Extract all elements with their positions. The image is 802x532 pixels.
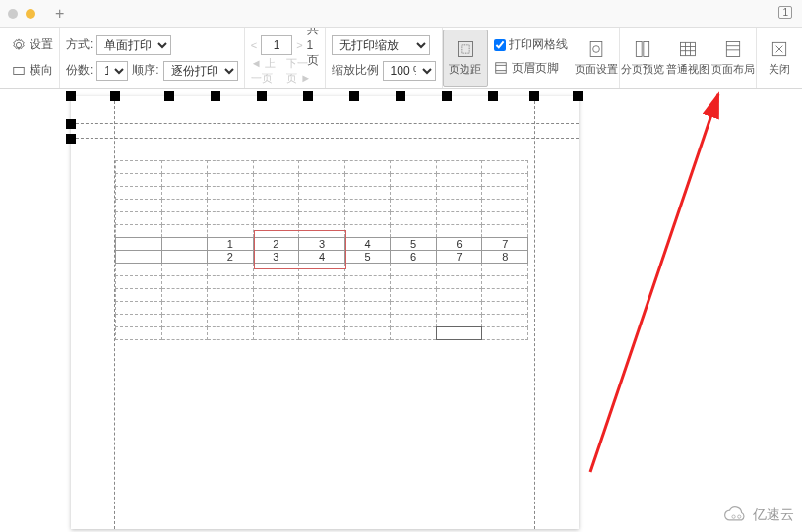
page-nav-group: < > 共 1 页 ◄ 上一页 下一页 ►	[245, 28, 326, 88]
cell[interactable]: 7	[436, 251, 482, 264]
page-next-small[interactable]: >	[296, 39, 302, 51]
close-group: 关闭	[757, 28, 802, 88]
settings-label[interactable]: 设置	[30, 36, 53, 53]
page-prev-small[interactable]: <	[251, 39, 257, 51]
window-dot[interactable]	[8, 9, 18, 19]
svg-rect-8	[636, 41, 642, 56]
copies-label: 份数:	[66, 62, 93, 79]
mode-label: 方式:	[66, 36, 93, 53]
gridlines-checkbox[interactable]	[494, 39, 506, 51]
scale-mode-select[interactable]: 无打印缩放	[332, 35, 430, 55]
copies-select[interactable]: 1	[96, 61, 128, 81]
print-toolbar: 设置 横向 方式: 单面打印 份数: 1 顺序: 逐份打印 < > 共 1 页 …	[0, 28, 802, 89]
cell[interactable]: 2	[253, 238, 299, 251]
svg-rect-15	[726, 41, 739, 56]
margin-guide	[71, 138, 579, 139]
normal-view-icon	[677, 39, 699, 59]
header-footer-icon	[494, 61, 508, 75]
print-mode-select[interactable]: 单面打印	[96, 35, 171, 55]
svg-point-22	[732, 515, 735, 518]
page-setup-icon	[586, 39, 607, 59]
annotation-arrow	[581, 89, 738, 482]
scale-group: 无打印缩放 缩放比例 100 %	[326, 28, 443, 88]
cell[interactable]: 5	[344, 251, 391, 264]
tab-count-indicator[interactable]: 1	[778, 6, 792, 19]
cell[interactable]: 7	[482, 238, 528, 251]
print-preview-area: 1 2 3 4 5 6 7 2 3 4 5 6 7 8	[0, 89, 802, 532]
page-current-input[interactable]	[261, 35, 292, 55]
svg-rect-9	[643, 41, 648, 56]
cell[interactable]: 6	[436, 238, 482, 251]
cell[interactable]: 3	[253, 251, 299, 264]
zoom-select[interactable]: 100 %	[383, 61, 436, 81]
order-select[interactable]: 逐份打印	[163, 61, 238, 81]
prev-page-button[interactable]: ◄ 上一页	[251, 56, 282, 86]
cell[interactable]: 3	[299, 238, 345, 251]
cell[interactable]: 2	[208, 251, 254, 264]
svg-rect-10	[680, 42, 695, 55]
header-footer-button[interactable]: 页眉页脚	[494, 57, 568, 79]
page-setup-button[interactable]: 页面设置	[574, 30, 619, 87]
margin-guide	[534, 96, 535, 529]
spreadsheet-grid[interactable]: 1 2 3 4 5 6 7 2 3 4 5 6 7 8	[115, 160, 528, 340]
margins-button[interactable]: 页边距	[443, 30, 488, 87]
cloud-icon	[723, 506, 749, 524]
print-mode-group: 方式: 单面打印 份数: 1 顺序: 逐份打印	[60, 28, 245, 88]
cell[interactable]: 6	[391, 251, 437, 264]
margin-guide	[71, 123, 579, 124]
svg-point-23	[738, 515, 741, 518]
svg-point-7	[592, 45, 599, 52]
svg-rect-6	[590, 41, 602, 56]
margins-icon	[455, 39, 476, 59]
close-button[interactable]: 关闭	[757, 30, 802, 87]
svg-rect-0	[14, 67, 25, 74]
page-preview[interactable]: 1 2 3 4 5 6 7 2 3 4 5 6 7 8	[71, 96, 579, 529]
page-layout-icon	[722, 39, 744, 59]
page-break-preview-button[interactable]: 分页预览	[620, 30, 665, 87]
layout-group: 页边距 打印网格线 页眉页脚 页面设置	[443, 28, 620, 88]
gridlines-checkbox-row[interactable]: 打印网格线	[494, 36, 568, 53]
cell[interactable]: 5	[391, 238, 437, 251]
watermark: 亿速云	[723, 506, 794, 524]
next-page-button[interactable]: 下一页 ►	[286, 56, 318, 86]
zoom-label: 缩放比例	[332, 62, 379, 79]
cell[interactable]: 4	[299, 251, 345, 264]
order-label: 顺序:	[132, 62, 158, 79]
svg-rect-2	[461, 44, 468, 52]
new-tab-button[interactable]: +	[55, 5, 64, 23]
cell[interactable]: 8	[482, 251, 528, 264]
normal-view-button[interactable]: 普通视图	[665, 30, 710, 87]
gear-icon	[12, 38, 26, 52]
close-icon	[769, 39, 790, 59]
cell[interactable]: 4	[344, 238, 391, 251]
view-group: 分页预览 普通视图 页面布局	[620, 28, 757, 88]
svg-line-21	[590, 94, 718, 472]
svg-rect-1	[458, 41, 472, 56]
page-break-icon	[632, 39, 653, 59]
window-titlebar: + 1	[0, 0, 802, 28]
window-dot[interactable]	[26, 9, 35, 19]
svg-rect-3	[495, 63, 506, 74]
window-controls	[8, 9, 35, 19]
cell[interactable]: 1	[208, 238, 254, 251]
page-orient-icon	[12, 64, 26, 78]
settings-group: 设置 横向	[6, 28, 60, 88]
orient-label[interactable]: 横向	[30, 62, 53, 79]
page-layout-button[interactable]: 页面布局	[710, 30, 756, 87]
